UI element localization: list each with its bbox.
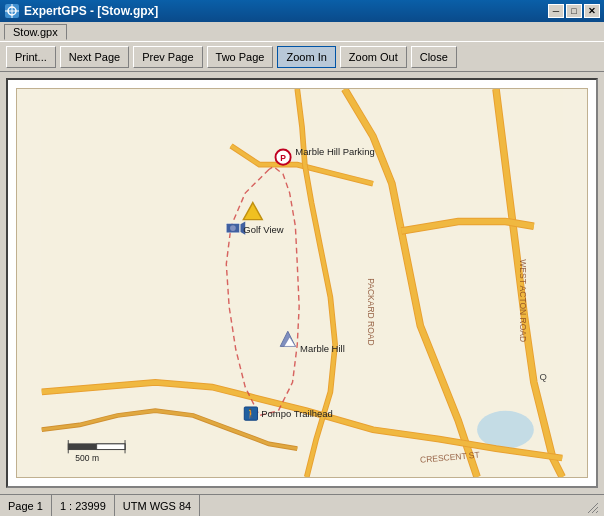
menu-bar: Stow.gpx	[0, 22, 604, 42]
map-svg: PACKARD ROAD WEST ACTON ROAD CRESCENT ST…	[17, 89, 587, 477]
status-page: Page 1	[6, 495, 52, 516]
svg-rect-24	[68, 444, 96, 450]
print-button[interactable]: Print...	[6, 46, 56, 68]
zoom-out-button[interactable]: Zoom Out	[340, 46, 407, 68]
two-page-button[interactable]: Two Page	[207, 46, 274, 68]
toolbar: Print... Next Page Prev Page Two Page Zo…	[0, 42, 604, 72]
minimize-button[interactable]: ─	[548, 4, 564, 18]
window-controls: ─ □ ✕	[548, 4, 600, 18]
title-bar: ExpertGPS - [Stow.gpx] ─ □ ✕	[0, 0, 604, 22]
main-content: PACKARD ROAD WEST ACTON ROAD CRESCENT ST…	[0, 72, 604, 494]
svg-point-14	[230, 225, 236, 231]
svg-text:Marble Hill Parking: Marble Hill Parking	[295, 146, 374, 157]
svg-rect-25	[97, 444, 125, 450]
svg-text:WEST ACTON ROAD: WEST ACTON ROAD	[518, 259, 528, 342]
svg-text:🚶: 🚶	[245, 408, 257, 420]
title-bar-left: ExpertGPS - [Stow.gpx]	[4, 3, 158, 19]
window-title: ExpertGPS - [Stow.gpx]	[24, 4, 158, 18]
svg-text:500 m: 500 m	[75, 453, 99, 463]
close-button[interactable]: Close	[411, 46, 457, 68]
resize-grip[interactable]	[584, 499, 598, 513]
app-icon	[4, 3, 20, 19]
svg-text:Golf View: Golf View	[243, 224, 283, 235]
svg-text:Q: Q	[540, 371, 547, 382]
file-tab[interactable]: Stow.gpx	[4, 24, 67, 40]
prev-page-button[interactable]: Prev Page	[133, 46, 202, 68]
status-datum: UTM WGS 84	[115, 495, 200, 516]
next-page-button[interactable]: Next Page	[60, 46, 129, 68]
svg-text:PACKARD ROAD: PACKARD ROAD	[366, 278, 376, 345]
svg-line-32	[596, 511, 598, 513]
svg-text:Marble Hill: Marble Hill	[300, 343, 345, 354]
svg-point-5	[477, 411, 534, 449]
svg-text:P: P	[280, 153, 286, 163]
close-window-button[interactable]: ✕	[584, 4, 600, 18]
map-container[interactable]: PACKARD ROAD WEST ACTON ROAD CRESCENT ST…	[6, 78, 598, 488]
svg-text:Pompo Trailhead: Pompo Trailhead	[261, 408, 332, 419]
status-bar: Page 1 1 : 23999 UTM WGS 84	[0, 494, 604, 516]
restore-button[interactable]: □	[566, 4, 582, 18]
map-inner: PACKARD ROAD WEST ACTON ROAD CRESCENT ST…	[16, 88, 588, 478]
zoom-in-button[interactable]: Zoom In	[277, 46, 335, 68]
status-scale: 1 : 23999	[52, 495, 115, 516]
